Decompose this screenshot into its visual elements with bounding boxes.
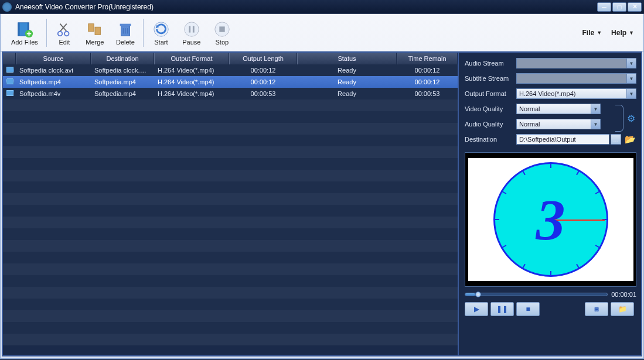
cell: Softpedia.mp4 <box>91 78 154 85</box>
svg-point-4 <box>58 31 63 36</box>
stop-label: Stop <box>216 39 229 46</box>
help-menu[interactable]: Help▼ <box>606 26 639 39</box>
file-menu[interactable]: File▼ <box>577 26 606 39</box>
seek-thumb[interactable] <box>475 292 481 297</box>
svg-rect-13 <box>193 26 195 32</box>
edit-button[interactable]: Edit <box>49 19 80 47</box>
empty-row <box>3 205 458 217</box>
audio-stream-label: Audio Stream <box>465 60 516 67</box>
file-list-pane: Source Destination Output Format Output … <box>3 53 458 355</box>
merge-button[interactable]: Merge <box>80 19 110 47</box>
cell: Softpedia.m4v <box>16 90 91 97</box>
cell: 00:00:53 <box>229 90 297 97</box>
seek-fill <box>465 293 475 296</box>
chevron-down-icon: ▼ <box>626 74 636 83</box>
empty-row <box>3 135 458 146</box>
maximize-button[interactable]: □ <box>612 2 626 12</box>
empty-row <box>3 158 458 170</box>
preview-frame: 3 <box>468 158 633 281</box>
svg-rect-7 <box>95 27 100 35</box>
destination-label: Destination <box>465 136 516 143</box>
preview-controls: ▶ ❚❚ ■ ◙ 📁 <box>465 302 636 316</box>
preview-pause-button[interactable]: ❚❚ <box>490 302 514 316</box>
table-body: Softpedia clock.aviSoftpedia clock.mp4H.… <box>3 64 458 355</box>
play-button[interactable]: ▶ <box>465 302 488 316</box>
video-quality-combo[interactable]: Normal▼ <box>516 104 601 114</box>
open-snapshot-folder-button[interactable]: 📁 <box>611 302 634 316</box>
preview-stop-button[interactable]: ■ <box>516 302 540 316</box>
start-icon <box>152 20 171 39</box>
svg-rect-6 <box>88 23 94 31</box>
svg-rect-9 <box>120 23 131 26</box>
seek-track[interactable] <box>465 293 608 296</box>
seek-time: 00:00:01 <box>611 291 636 298</box>
minimize-button[interactable]: ─ <box>597 2 611 12</box>
empty-row <box>3 217 458 228</box>
svg-rect-1 <box>18 22 20 36</box>
audio-stream-combo[interactable]: ▼ <box>516 58 636 68</box>
close-button[interactable]: ✕ <box>628 2 642 12</box>
table-row[interactable]: Softpedia.m4vSoftpedia.mp4H.264 Video(*.… <box>3 88 458 100</box>
col-time-remain[interactable]: Time Remain <box>397 53 458 64</box>
quality-bracket <box>615 105 623 132</box>
col-destination[interactable]: Destination <box>91 53 154 64</box>
pause-button[interactable]: Pause <box>176 19 207 47</box>
chevron-down-icon: ▼ <box>591 119 600 129</box>
settings-pane: Audio Stream ▼ Subtitle Stream ▼ Output … <box>458 53 641 355</box>
empty-row <box>3 334 458 345</box>
cell: Softpedia clock.mp4 <box>91 67 154 74</box>
col-status[interactable]: Status <box>297 53 397 64</box>
cell: 00:00:53 <box>397 90 458 97</box>
destination-field[interactable]: D:\Softpedia\Output <box>516 134 609 145</box>
delete-label: Delete <box>116 39 135 46</box>
table-header: Source Destination Output Format Output … <box>3 53 458 64</box>
cell: 00:00:12 <box>229 67 297 74</box>
cell: Ready <box>297 78 397 85</box>
col-output-format[interactable]: Output Format <box>154 53 229 64</box>
open-folder-button[interactable]: 📂 <box>623 134 636 145</box>
svg-point-11 <box>185 22 199 36</box>
merge-icon <box>86 20 104 39</box>
table-row[interactable]: Softpedia clock.aviSoftpedia clock.mp4H.… <box>3 64 458 76</box>
output-format-combo[interactable]: H.264 Video(*.mp4)▼ <box>516 88 636 99</box>
col-output-length[interactable]: Output Length <box>229 53 297 64</box>
stop-button[interactable]: Stop <box>207 19 237 47</box>
svg-rect-12 <box>189 26 190 32</box>
cell <box>3 67 16 74</box>
subtitle-stream-combo[interactable]: ▼ <box>516 73 636 84</box>
snapshot-button[interactable]: ◙ <box>585 302 608 316</box>
add-files-button[interactable]: Add Files <box>5 19 44 47</box>
col-source[interactable]: Source <box>16 53 91 64</box>
delete-button[interactable]: Delete <box>110 19 141 47</box>
col-checkbox[interactable] <box>3 53 16 64</box>
audio-quality-label: Audio Quality <box>465 121 516 128</box>
pause-icon <box>182 20 201 39</box>
edit-label: Edit <box>59 39 70 46</box>
pause-label: Pause <box>182 39 200 46</box>
stop-icon <box>213 20 231 39</box>
empty-row <box>3 111 458 123</box>
empty-row <box>3 146 458 158</box>
cell: 00:00:12 <box>397 67 458 74</box>
film-add-icon <box>15 20 34 39</box>
empty-row <box>3 123 458 135</box>
preview-area: 3 <box>465 152 636 287</box>
empty-row <box>3 240 458 252</box>
empty-row <box>3 252 458 263</box>
gear-icon[interactable]: ⚙ <box>626 113 636 124</box>
table-row[interactable]: Softpedia.mp4Softpedia.mp4H.264 Video(*.… <box>3 76 458 88</box>
audio-quality-combo[interactable]: Normal▼ <box>516 119 601 129</box>
cell: Softpedia.mp4 <box>91 90 154 97</box>
film-icon <box>6 90 13 96</box>
separator <box>143 19 144 47</box>
empty-row <box>3 170 458 181</box>
cell: Softpedia clock.avi <box>16 67 91 74</box>
window-title: Aneesoft Video Converter Pro(Unregistere… <box>15 3 596 11</box>
browse-button[interactable]: … <box>611 134 621 145</box>
start-button[interactable]: Start <box>146 19 176 47</box>
seekbar: 00:00:01 <box>465 290 636 299</box>
svg-rect-15 <box>219 26 224 32</box>
cell: Ready <box>297 90 397 97</box>
empty-row <box>3 100 458 111</box>
cell: H.264 Video(*.mp4) <box>154 78 229 85</box>
